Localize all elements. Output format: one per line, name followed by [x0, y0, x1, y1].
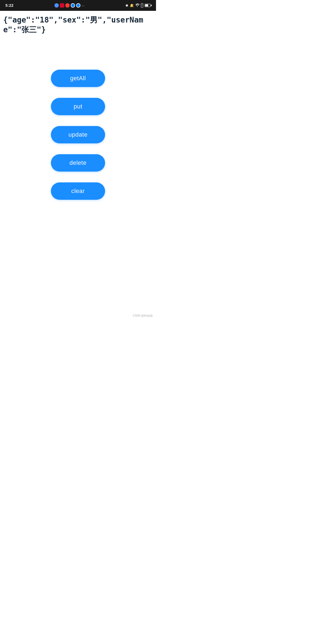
- wifi-icon: [135, 4, 139, 8]
- battery-fill: [145, 4, 148, 7]
- alert-icon: !: [141, 3, 143, 8]
- silent-icon: 🔔̸: [130, 4, 134, 7]
- status-bar: 5:22 ··· ✱ 🔔̸ !: [0, 0, 156, 11]
- delete-button[interactable]: delete: [51, 154, 105, 172]
- app-icon-red: [65, 3, 70, 8]
- status-right-icons: ✱ 🔔̸ !: [125, 3, 151, 8]
- update-button[interactable]: update: [51, 126, 105, 143]
- app-icon-circle-blue: [71, 3, 75, 8]
- data-text: {"age":"18","sex":"男","userName":"张三"}: [3, 15, 153, 35]
- app-icons: ···: [54, 3, 84, 8]
- getAll-button[interactable]: getAll: [51, 70, 105, 87]
- button-container: getAll put update delete clear: [0, 37, 156, 200]
- watermark: CSDN @Andy超: [133, 314, 153, 318]
- status-time: 5:22: [5, 3, 14, 8]
- battery-icon: [145, 4, 151, 7]
- put-button[interactable]: put: [51, 98, 105, 115]
- clear-button[interactable]: clear: [51, 182, 105, 200]
- app-icon-blue1: [54, 3, 59, 8]
- app-icon-circle-blue2: [76, 3, 80, 8]
- bluetooth-icon: ✱: [125, 4, 128, 8]
- data-display-area: {"age":"18","sex":"男","userName":"张三"}: [0, 11, 156, 37]
- app-icon-huawei: [60, 3, 64, 8]
- more-dots: ···: [82, 4, 84, 8]
